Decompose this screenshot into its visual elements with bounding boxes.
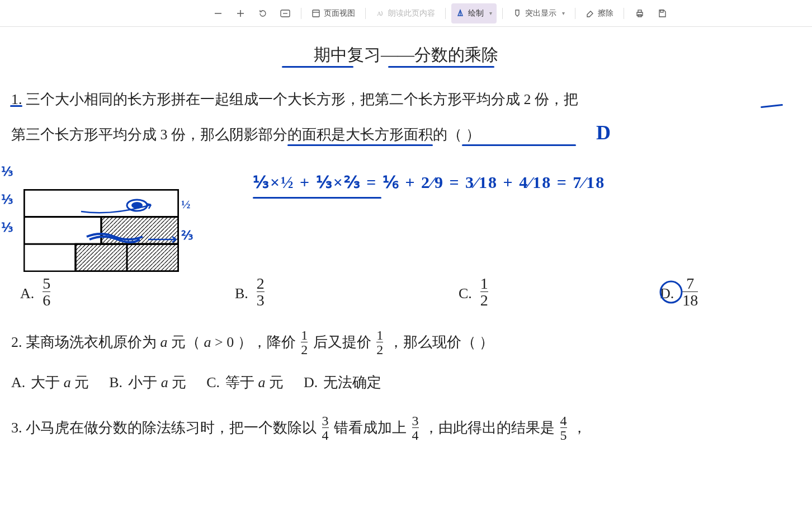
read-aloud-label: 朗读此页内容 bbox=[388, 8, 435, 18]
q2-options: A.大于 a 元 B.小于 a 元 C.等于 a 元 D.无法确定 bbox=[11, 366, 801, 398]
highlight-label: 突出显示 bbox=[525, 8, 556, 18]
zoom-out-button[interactable] bbox=[208, 3, 228, 23]
q1-line2: 第三个长方形平均分成 3 份，那么阴影部分的面积是大长方形面积的（ ） bbox=[11, 119, 801, 150]
q2-e: ，那么现价（ ） bbox=[385, 334, 494, 350]
q1-option-a: A. 56 bbox=[11, 277, 235, 309]
page-title: 期中复习——分数的乘除 bbox=[11, 44, 801, 67]
erase-button[interactable]: 擦除 bbox=[581, 3, 618, 23]
q1-line2-a: 第三个长方形平均分成 3 份，那么 bbox=[11, 126, 229, 143]
chevron-down-icon: ▾ bbox=[489, 10, 492, 16]
q2-f1n: 1 bbox=[301, 328, 308, 342]
q2-f1d: 2 bbox=[301, 342, 308, 356]
q1-line2-d: 大长方形面积的 bbox=[346, 126, 447, 143]
opt-b-den: 3 bbox=[257, 291, 265, 308]
print-button[interactable] bbox=[630, 3, 650, 23]
opt-d-den: 18 bbox=[682, 291, 698, 308]
pdf-toolbar: 页面视图 A 朗读此页内容 绘制 ▾ 突出显示 ▾ 擦除 bbox=[0, 0, 812, 27]
q1-option-b: B. 23 bbox=[235, 277, 459, 309]
svg-rect-10 bbox=[638, 10, 641, 12]
page-view-label: 页面视图 bbox=[324, 8, 355, 18]
read-aloud-button[interactable]: A 朗读此页内容 bbox=[371, 3, 440, 23]
q1-figure bbox=[23, 189, 179, 272]
svg-rect-17 bbox=[101, 217, 178, 244]
toolbar-separator bbox=[575, 8, 575, 19]
opt-b-label: B. bbox=[235, 277, 248, 309]
opt-c-den: 2 bbox=[480, 291, 488, 308]
opt-a-label: A. bbox=[20, 277, 34, 309]
q2-option-b: B.小于 a 元 bbox=[109, 366, 186, 398]
opt-c-num: 1 bbox=[480, 276, 488, 291]
opt-d-label: D. bbox=[660, 277, 674, 309]
q2-a: 2. 某商场洗衣机原价为 bbox=[11, 334, 160, 350]
q2-f2d: 2 bbox=[376, 342, 383, 356]
opt-a-den: 6 bbox=[43, 291, 50, 308]
toolbar-separator bbox=[502, 8, 503, 19]
q3-a: 3. 小马虎在做分数的除法练习时，把一个数除以 bbox=[11, 420, 320, 436]
q2-option-c: C.等于 a 元 bbox=[206, 366, 284, 398]
svg-rect-15 bbox=[24, 190, 178, 217]
page-view-button[interactable]: 页面视图 bbox=[307, 3, 360, 23]
svg-text:A: A bbox=[377, 10, 381, 17]
q2-b: 元（ bbox=[168, 334, 204, 350]
opt-a-num: 5 bbox=[43, 276, 50, 291]
q2-line: 2. 某商场洗衣机原价为 a 元（ a > 0 ），降价 12 后又提价 12 … bbox=[11, 326, 801, 358]
svg-rect-12 bbox=[660, 10, 663, 12]
q3-d: ， bbox=[569, 420, 587, 436]
highlight-button[interactable]: 突出显示 ▾ bbox=[508, 3, 569, 23]
toolbar-separator bbox=[301, 8, 301, 19]
opt-c-label: C. bbox=[459, 277, 472, 309]
toolbar-separator bbox=[365, 8, 366, 19]
save-button[interactable] bbox=[652, 3, 672, 23]
q3-b: 错看成加上 bbox=[331, 420, 410, 436]
q3-c: ，由此得出的结果是 bbox=[421, 420, 559, 436]
chevron-down-icon: ▾ bbox=[562, 10, 565, 16]
q1-line1: 1. 三个大小相同的长方形拼在一起组成一个大长方形，把第二个长方形平均分成 2 … bbox=[11, 83, 801, 115]
q2-option-d: D.无法确定 bbox=[304, 366, 381, 398]
zoom-in-button[interactable] bbox=[230, 3, 251, 23]
erase-label: 擦除 bbox=[598, 8, 613, 18]
opt-b-num: 2 bbox=[257, 276, 265, 291]
q1-option-d: D. 718 bbox=[660, 277, 700, 309]
toolbar-separator bbox=[624, 8, 624, 19]
q1-option-c: C. 12 bbox=[459, 277, 660, 309]
rotate-button[interactable] bbox=[253, 3, 273, 23]
q1-line2-b: 阴影部分的面积 bbox=[229, 126, 331, 143]
document-content: 1. 三个大小相同的长方形拼在一起组成一个大长方形，把第二个长方形平均分成 2 … bbox=[11, 83, 801, 444]
q1-options: A. 56 B. 23 C. 12 D. 718 bbox=[11, 277, 801, 309]
svg-rect-5 bbox=[313, 10, 319, 17]
document-page: 期中复习——分数的乘除 1. 三个大小相同的长方形拼在一起组成一个大长方形，把第… bbox=[0, 27, 812, 508]
q1-line2-c: 是 bbox=[331, 126, 346, 143]
toolbar-separator bbox=[445, 8, 446, 19]
opt-d-num: 7 bbox=[686, 276, 694, 291]
q2-f2n: 1 bbox=[376, 328, 383, 342]
fit-page-button[interactable] bbox=[275, 3, 295, 23]
q1-line2-e: （ ） bbox=[447, 126, 480, 143]
draw-button[interactable]: 绘制 ▾ bbox=[451, 3, 497, 23]
draw-label: 绘制 bbox=[468, 8, 484, 18]
q3-line: 3. 小马虎在做分数的除法练习时，把一个数除以 34 错看成加上 34 ，由此得… bbox=[11, 412, 801, 444]
q2-c: > 0 ），降价 bbox=[211, 334, 300, 350]
q2-d: 后又提价 bbox=[309, 334, 375, 350]
q2-option-a: A.大于 a 元 bbox=[11, 366, 89, 398]
